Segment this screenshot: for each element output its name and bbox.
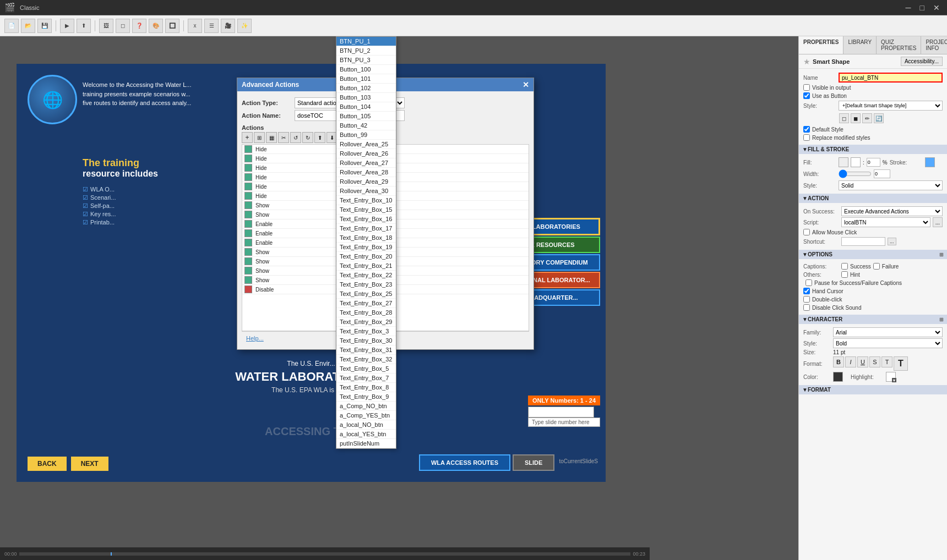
dropdown-item[interactable]: Text_Entry_Box_18 <box>336 233 396 243</box>
accessibility-btn[interactable]: Accessibility... <box>901 57 943 66</box>
toolbar-save[interactable]: 💾 <box>37 19 52 33</box>
close-btn[interactable]: ✕ <box>930 3 943 12</box>
dropdown-item[interactable]: Text_Entry_Box_20 <box>336 252 396 261</box>
dropdown-item[interactable]: Text_Entry_Box_7 <box>336 374 396 383</box>
format-big-T-btn[interactable]: T <box>894 356 908 371</box>
dropdown-item[interactable]: Text_Entry_Box_9 <box>336 392 396 402</box>
dropdown-item[interactable]: Text_Entry_Box_21 <box>336 261 396 271</box>
dropdown-item[interactable]: Text_Entry_Box_32 <box>336 355 396 364</box>
dropdown-item[interactable]: Text_Entry_Box_8 <box>336 383 396 392</box>
width-slider[interactable] <box>839 169 872 178</box>
dropdown-item[interactable]: Text_Entry_Box_25 <box>336 289 396 299</box>
style-select[interactable]: +[Default Smart Shape Style] <box>839 101 943 111</box>
dropdown-item[interactable]: Button_100 <box>336 65 396 74</box>
style-icon-4[interactable]: 🔄 <box>874 113 884 123</box>
dropdown-item[interactable]: a_Comp_NO_btn <box>336 402 396 411</box>
dropdown-item[interactable]: Text_Entry_Box_19 <box>336 243 396 252</box>
dropdown-item[interactable]: a_Comp_YES_btn <box>336 411 396 420</box>
dropdown-item[interactable]: Rollover_Area_29 <box>336 177 396 186</box>
toolbar-cpvc[interactable]: 🎥 <box>221 19 235 33</box>
toolbar-skin[interactable]: 🔲 <box>165 19 179 33</box>
fill-percent-input[interactable] <box>867 158 880 167</box>
timeline-track[interactable] <box>19 552 631 556</box>
dialog-close-btn[interactable]: ✕ <box>523 80 529 89</box>
toolbar-quiz[interactable]: ❓ <box>132 19 146 33</box>
dropdown-item[interactable]: Text_Entry_Box_29 <box>336 317 396 327</box>
style2-select[interactable]: Solid <box>839 180 943 190</box>
toolbar-effects[interactable]: ✨ <box>237 19 252 33</box>
toolbar-variables[interactable]: x <box>188 19 202 33</box>
dropdown-item[interactable]: Button_104 <box>336 102 396 112</box>
toolbar-grid2[interactable]: ▦ <box>266 132 277 143</box>
dropdown-item[interactable]: Rollover_Area_25 <box>336 140 396 149</box>
toolbar-publish[interactable]: ⬆ <box>77 19 91 33</box>
success-checkbox[interactable] <box>841 263 848 270</box>
dropdown-item[interactable]: Text_Entry_Box_5 <box>336 364 396 374</box>
minimize-btn[interactable]: ─ <box>903 3 914 12</box>
hint-checkbox[interactable] <box>841 271 848 278</box>
stroke-color-box[interactable] <box>925 157 935 167</box>
dropdown-item[interactable]: Text_Entry_Box_3 <box>336 327 396 336</box>
color-picker[interactable] <box>833 372 843 382</box>
dropdown-item[interactable]: putInSlideNum <box>336 439 396 448</box>
toolbar-object[interactable]: ◻ <box>116 19 130 33</box>
dropdown-item[interactable]: Button_99 <box>336 130 396 140</box>
dropdown-item[interactable]: Button_101 <box>336 74 396 84</box>
dropdown-item[interactable]: BTN_PU_2 <box>336 46 396 56</box>
star-icon[interactable]: ★ <box>803 57 810 66</box>
shortcut-input[interactable] <box>841 237 885 246</box>
dropdown-item[interactable]: Text_Entry_Box_23 <box>336 280 396 289</box>
format-strikethrough-btn[interactable]: S <box>869 356 880 367</box>
dropdown-item[interactable]: Button_102 <box>336 84 396 93</box>
format-underline-btn[interactable]: U <box>857 356 868 367</box>
dropdown-item[interactable]: a_local_YES_btn <box>336 430 396 439</box>
dropdown-item[interactable]: Text_Entry_Box_10 <box>336 196 396 205</box>
next-btn[interactable]: NEXT <box>71 457 108 471</box>
style-icon-3[interactable]: ✏ <box>862 113 872 123</box>
dropdown-item[interactable]: Button_103 <box>336 93 396 102</box>
dropdown-item[interactable]: Text_Entry_Box_16 <box>336 215 396 224</box>
toolbar-theme[interactable]: 🎨 <box>149 19 163 33</box>
style-icon-2[interactable]: ◼ <box>851 113 861 123</box>
use-as-button-checkbox[interactable] <box>803 92 810 99</box>
disable-click-checkbox[interactable] <box>803 304 810 311</box>
toolbar-cut[interactable]: ✂ <box>278 132 289 143</box>
toolbar-up[interactable]: ⬆ <box>314 132 325 143</box>
dropdown-item[interactable]: Text_Entry_Box_27 <box>336 299 396 308</box>
double-click-checkbox[interactable] <box>803 296 810 303</box>
family-select[interactable]: Arial <box>833 327 943 337</box>
toolbar-redo[interactable]: ↻ <box>302 132 313 143</box>
format-italic-btn[interactable]: I <box>845 356 856 367</box>
dropdown-item[interactable]: Text_Entry_Box_17 <box>336 224 396 233</box>
tab-quiz-properties[interactable]: QUIZ PROPERTIES <box>877 36 921 54</box>
wla-routes-btn[interactable]: WLA ACCESS ROUTES <box>419 454 510 471</box>
dropdown-item[interactable]: Rollover_Area_26 <box>336 149 396 158</box>
name-input[interactable] <box>839 73 943 83</box>
highlight-picker[interactable]: ▼ <box>886 372 896 382</box>
dropdown-item[interactable]: Button_105 <box>336 112 396 121</box>
dropdown-item[interactable]: BTN_PU_1 <box>336 37 396 46</box>
toolbar-undo[interactable]: ↺ <box>290 132 301 143</box>
allow-mouse-checkbox[interactable] <box>803 229 810 235</box>
dropdown-item[interactable]: Text_Entry_Box_30 <box>336 336 396 345</box>
script-select[interactable]: localBTN <box>841 217 930 227</box>
width-value-input[interactable] <box>874 169 890 178</box>
toolbar-preview[interactable]: ▶ <box>60 19 74 33</box>
help-link[interactable]: Help... <box>246 335 264 342</box>
toolbar-new[interactable]: 📄 <box>4 19 19 33</box>
dropdown-item[interactable]: Rollover_Area_27 <box>336 158 396 168</box>
dropdown-item[interactable]: BTN_PU_3 <box>336 56 396 65</box>
toolbar-add[interactable]: + <box>242 132 253 143</box>
maximize-btn[interactable]: □ <box>917 3 927 12</box>
back-btn[interactable]: BACK <box>28 457 67 471</box>
tab-library[interactable]: LIBRARY <box>843 36 877 54</box>
hand-cursor-checkbox[interactable] <box>803 288 810 294</box>
options-expand-btn[interactable]: ⊞ <box>939 252 944 257</box>
failure-checkbox[interactable] <box>873 263 880 270</box>
format-bold-btn[interactable]: B <box>833 356 844 367</box>
character-expand-btn[interactable]: ⊞ <box>939 317 944 322</box>
visible-checkbox[interactable] <box>803 84 810 91</box>
shortcut-browse-btn[interactable]: ... <box>888 238 896 245</box>
format-super-btn[interactable]: T <box>881 356 892 367</box>
toolbar-open[interactable]: 📂 <box>21 19 35 33</box>
